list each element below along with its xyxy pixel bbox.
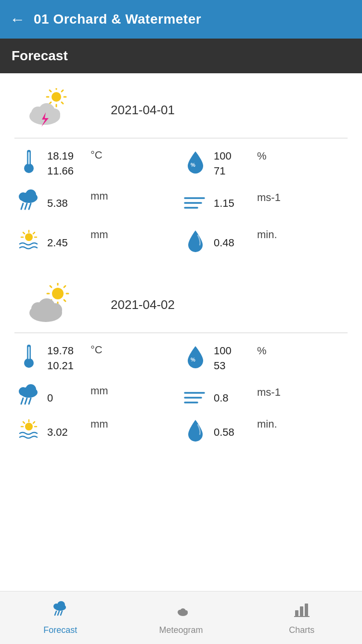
thermometer-icon-2 <box>14 343 43 374</box>
svg-rect-76 <box>300 606 303 616</box>
svg-line-40 <box>64 300 65 301</box>
day2-humidity-low: 53 <box>214 359 252 374</box>
day2-temp-low: 10.21 <box>47 359 86 374</box>
day2-data-rows: 19.78 10.21 °C % 100 53 <box>10 333 352 452</box>
thermometer-icon <box>14 148 43 179</box>
svg-point-59 <box>25 423 33 430</box>
day1-icon-row: 2021-04-01 <box>10 78 352 138</box>
day2-temp-unit: °C <box>90 343 103 356</box>
day1-humidity-low: 71 <box>214 164 252 179</box>
day2-wind-cell: 0.8 ms-1 <box>181 385 348 411</box>
svg-point-45 <box>49 303 62 317</box>
nav-item-charts[interactable]: Charts <box>241 591 362 644</box>
day2-temp-values: 19.78 10.21 <box>47 344 86 374</box>
svg-rect-77 <box>305 604 308 616</box>
day2-evap-unit: mm <box>90 417 108 430</box>
day2-temperature-cell: 19.78 10.21 °C <box>14 343 181 374</box>
day2-humidity-cell: % 100 53 % <box>181 344 348 374</box>
day2-humidity-high: 100 <box>214 344 252 359</box>
day-card-1: 2021-04-01 18.19 11.66 <box>10 78 352 268</box>
svg-point-67 <box>57 601 65 609</box>
svg-rect-48 <box>28 347 30 359</box>
day2-weather-icon <box>19 281 82 329</box>
day1-dew-values: 0.48 <box>214 236 252 251</box>
day2-evap-values: 3.02 <box>47 425 86 440</box>
day2-temp-high: 19.78 <box>47 344 86 359</box>
day1-precip-wind-row: 5.38 mm 1.15 ms-1 <box>14 184 348 223</box>
day1-precip-unit: mm <box>90 189 108 202</box>
day1-evaporation-cell: 2.45 mm <box>14 228 181 258</box>
day1-precipitation-cell: 5.38 mm <box>14 189 181 218</box>
bottom-navigation: Forecast Meteogram Charts <box>0 591 362 644</box>
day1-humidity-unit: % <box>257 149 267 162</box>
section-title-bar: Forecast <box>0 39 362 73</box>
day1-dew-cell: 0.48 min. <box>181 228 348 258</box>
dew-icon-2 <box>181 417 210 447</box>
day2-precipitation-cell: 0 mm <box>14 384 181 413</box>
day1-humidity-high: 100 <box>214 149 252 164</box>
day1-precip-val: 5.38 <box>47 196 86 211</box>
day1-temp-values: 18.19 11.66 <box>47 149 86 179</box>
rain-icon <box>14 189 43 218</box>
day2-wind-val: 0.8 <box>214 391 252 406</box>
day2-evap-val: 3.02 <box>47 425 86 440</box>
back-button[interactable]: ← <box>10 11 25 28</box>
nav-item-forecast[interactable]: Forecast <box>0 591 121 644</box>
header-title: 01 Orchard & Watermeter <box>34 12 201 27</box>
meteogram-nav-icon <box>172 601 190 622</box>
day-card-2: 2021-04-02 19.78 10.21 <box>10 273 352 452</box>
svg-line-8 <box>50 102 51 104</box>
day1-temp-high: 18.19 <box>47 149 86 164</box>
svg-line-38 <box>50 286 52 287</box>
svg-point-47 <box>24 358 34 368</box>
day1-temp-humidity-row: 18.19 11.66 °C % 100 71 <box>14 143 348 184</box>
svg-point-12 <box>49 108 60 120</box>
svg-line-29 <box>33 232 35 234</box>
evaporation-icon <box>14 228 43 258</box>
day2-humidity-unit: % <box>257 344 267 357</box>
svg-rect-16 <box>28 152 30 164</box>
forecast-content: 2021-04-01 18.19 11.66 <box>0 73 362 591</box>
nav-item-meteogram[interactable]: Meteogram <box>121 591 242 644</box>
svg-rect-75 <box>295 610 298 616</box>
rain-icon-2 <box>14 384 43 413</box>
nav-label-meteogram: Meteogram <box>159 625 203 635</box>
dew-icon <box>181 228 210 258</box>
day1-dew-val: 0.48 <box>214 236 252 251</box>
day1-precip-values: 5.38 <box>47 196 86 211</box>
day1-weather-icon <box>19 86 82 134</box>
svg-line-6 <box>62 90 63 92</box>
day2-evap-dew-row: 3.02 mm 0.58 min. <box>14 417 348 447</box>
day2-precip-wind-row: 0 mm 0.8 ms-1 <box>14 379 348 417</box>
svg-text:%: % <box>191 357 195 362</box>
day1-humidity-values: 100 71 <box>214 149 252 179</box>
svg-point-27 <box>25 233 33 241</box>
svg-point-52 <box>26 384 36 395</box>
svg-point-0 <box>52 92 61 102</box>
forecast-nav-icon <box>52 601 69 622</box>
day1-evap-val: 2.45 <box>47 236 86 251</box>
day2-humidity-values: 100 53 <box>214 344 252 374</box>
svg-line-7 <box>62 102 63 104</box>
day2-evaporation-cell: 3.02 mm <box>14 417 181 447</box>
svg-line-23 <box>29 203 31 209</box>
svg-line-55 <box>29 398 31 404</box>
svg-line-5 <box>50 90 51 92</box>
day1-temp-unit: °C <box>90 148 103 161</box>
wind-icon-2 <box>181 385 210 411</box>
svg-point-33 <box>52 288 64 299</box>
nav-label-charts: Charts <box>289 625 314 635</box>
svg-line-21 <box>21 203 23 209</box>
svg-line-22 <box>25 203 27 209</box>
day2-wind-unit: ms-1 <box>257 385 281 399</box>
day1-dew-unit: min. <box>257 228 277 241</box>
day1-wind-val: 1.15 <box>214 196 252 211</box>
svg-point-74 <box>184 610 188 614</box>
day1-humidity-cell: % 100 71 % <box>181 149 348 179</box>
svg-line-63 <box>23 422 25 423</box>
evaporation-icon-2 <box>14 417 43 447</box>
svg-point-20 <box>26 189 36 200</box>
svg-line-61 <box>33 422 35 423</box>
svg-line-39 <box>64 286 65 287</box>
day1-evap-values: 2.45 <box>47 236 86 251</box>
